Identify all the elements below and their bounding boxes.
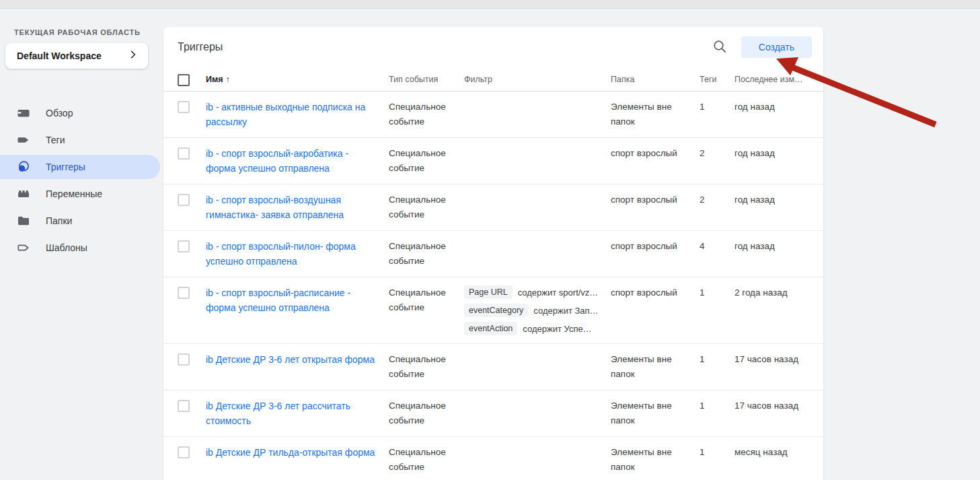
sidebar-nav: ОбзорТегиТриггерыПеременныеПапкиШаблоны [0, 101, 163, 260]
column-header-modified: Последнее изм… [734, 75, 812, 84]
triggers-panel: Триггеры Создать Имя↑ Тип события Фильтр… [163, 27, 823, 480]
workspace-section-label: ТЕКУЩАЯ РАБОЧАЯ ОБЛАСТЬ [14, 28, 163, 36]
column-header-tags: Теги [700, 75, 734, 84]
row-checkbox[interactable] [178, 287, 190, 299]
column-header-name[interactable]: Имя↑ [206, 75, 389, 84]
trigger-name-link[interactable]: ib - спорт взрослый-пилон- форма успешно… [206, 239, 382, 269]
table-header: Имя↑ Тип события Фильтр Папка Теги После… [163, 67, 823, 92]
table-row: ib - спорт взрослый-воздушная гимнастика… [163, 184, 823, 231]
workspace-selector[interactable]: Default Workspace [5, 43, 148, 69]
sidebar-item-1[interactable]: Обзор [0, 101, 160, 125]
tags-count-cell: 1 [700, 100, 734, 114]
trigger-name-link[interactable]: ib - спорт взрослый-воздушная гимнастика… [206, 193, 382, 222]
filter-condition: Page URLсодержит sport/vz… [464, 285, 604, 299]
panel-header: Триггеры Создать [163, 27, 823, 67]
sidebar-item-label: Теги [46, 135, 65, 145]
create-button[interactable]: Создать [741, 36, 812, 58]
tags-count-cell: 1 [700, 399, 734, 413]
folder-cell: Элементы вне папок [611, 100, 700, 129]
table-row: ib - спорт взрослый-акробатика - форма у… [163, 138, 823, 184]
filter-variable-chip: Page URL [464, 285, 513, 299]
trigger-name-link[interactable]: ib Детские ДР тильда-открытая форма [206, 445, 379, 460]
trigger-rows: ib - активные выходные подписка на рассы… [163, 92, 823, 480]
table-row: ib - активные выходные подписка на рассы… [163, 92, 823, 138]
trigger-name-link[interactable]: ib Детские ДР 3-6 лет открытая форма [206, 352, 379, 367]
page-title: Триггеры [178, 41, 708, 53]
trigger-name-link[interactable]: ib Детские ДР 3-6 лет рассчитать стоимос… [206, 399, 382, 428]
search-icon [712, 39, 727, 56]
row-checkbox[interactable] [178, 101, 190, 113]
folder-cell: спорт взрослый [611, 285, 700, 300]
event-type-cell: Специальное событие [389, 399, 464, 428]
sidebar-item-label: Обзор [46, 108, 73, 118]
modified-cell: год назад [734, 100, 812, 114]
search-button[interactable] [708, 35, 732, 59]
folder-cell: спорт взрослый [611, 193, 700, 207]
column-header-event-type: Тип события [389, 75, 464, 84]
modified-cell: 17 часов назад [734, 399, 812, 413]
row-checkbox[interactable] [178, 147, 190, 160]
filter-condition-text: содержит Зап… [533, 306, 598, 316]
folder-cell: Элементы вне папок [611, 399, 700, 428]
sidebar-item-6[interactable]: Шаблоны [0, 236, 160, 260]
sidebar-item-3[interactable]: Триггеры [0, 155, 160, 179]
table-row: ib - спорт взрослый-расписание - форма у… [163, 277, 823, 344]
overview-icon [17, 106, 30, 120]
table-row: ib Детские ДР 3-6 лет рассчитать стоимос… [163, 390, 823, 437]
event-type-cell: Специальное событие [389, 285, 464, 315]
select-all-checkbox[interactable] [178, 74, 190, 86]
row-checkbox[interactable] [178, 400, 190, 412]
filter-condition-text: содержит Успе… [523, 324, 591, 334]
folder-cell: Элементы вне папок [611, 445, 700, 475]
variables-icon [17, 187, 30, 201]
filter-cell: Page URLсодержит sport/vz…eventCategoryс… [464, 285, 611, 335]
tags-count-cell: 2 [700, 193, 734, 207]
tags-count-cell: 1 [700, 352, 734, 367]
column-header-filter: Фильтр [464, 75, 611, 84]
folder-cell: Элементы вне папок [611, 352, 700, 382]
trigger-name-link[interactable]: ib - активные выходные подписка на рассы… [206, 100, 382, 129]
filter-condition-text: содержит sport/vz… [518, 287, 599, 298]
event-type-cell: Специальное событие [389, 239, 464, 269]
modified-cell: год назад [734, 146, 812, 161]
table-row: ib Детские ДР 3-6 лет открытая форма Спе… [163, 344, 823, 390]
filter-condition: eventActionсодержит Успе… [464, 322, 604, 335]
table-row: ib Детские ДР тильда-открытая форма Спец… [163, 437, 823, 480]
trigger-name-link[interactable]: ib - спорт взрослый-расписание - форма у… [206, 285, 382, 315]
modified-cell: год назад [734, 193, 812, 207]
row-checkbox[interactable] [178, 446, 190, 458]
workspace-name: Default Workspace [17, 50, 128, 61]
column-header-folder: Папка [611, 75, 700, 84]
tags-count-cell: 2 [700, 146, 734, 161]
filter-variable-chip: eventAction [464, 322, 517, 335]
sidebar-item-5[interactable]: Папки [0, 209, 160, 233]
filter-variable-chip: eventCategory [464, 304, 528, 317]
row-checkbox[interactable] [178, 240, 190, 252]
sidebar-item-4[interactable]: Переменные [0, 182, 160, 206]
table-row: ib - спорт взрослый-пилон- форма успешно… [163, 231, 823, 277]
modified-cell: месяц назад [734, 445, 812, 460]
sidebar-item-label: Переменные [46, 188, 102, 199]
event-type-cell: Специальное событие [389, 193, 464, 222]
event-type-cell: Специальное событие [389, 146, 464, 176]
filter-condition: eventCategoryсодержит Зап… [464, 304, 604, 317]
tags-count-cell: 1 [700, 445, 734, 460]
sidebar-item-label: Папки [46, 215, 72, 226]
tag-icon [17, 133, 30, 147]
template-icon [17, 241, 30, 254]
folder-icon [17, 214, 30, 228]
trigger-name-link[interactable]: ib - спорт взрослый-акробатика - форма у… [206, 146, 382, 176]
sidebar: ТЕКУЩАЯ РАБОЧАЯ ОБЛАСТЬ Default Workspac… [0, 9, 163, 480]
sort-ascending-icon: ↑ [226, 75, 230, 84]
row-checkbox[interactable] [178, 194, 190, 206]
tags-count-cell: 4 [700, 239, 734, 254]
folder-cell: спорт взрослый [611, 239, 700, 254]
modified-cell: год назад [734, 239, 812, 254]
sidebar-item-2[interactable]: Теги [0, 128, 160, 152]
folder-cell: спорт взрослый [611, 146, 700, 161]
row-checkbox[interactable] [178, 353, 190, 366]
sidebar-item-label: Шаблоны [46, 242, 87, 253]
event-type-cell: Специальное событие [389, 445, 464, 475]
tags-count-cell: 1 [700, 285, 734, 300]
modified-cell: 2 года назад [734, 285, 812, 300]
